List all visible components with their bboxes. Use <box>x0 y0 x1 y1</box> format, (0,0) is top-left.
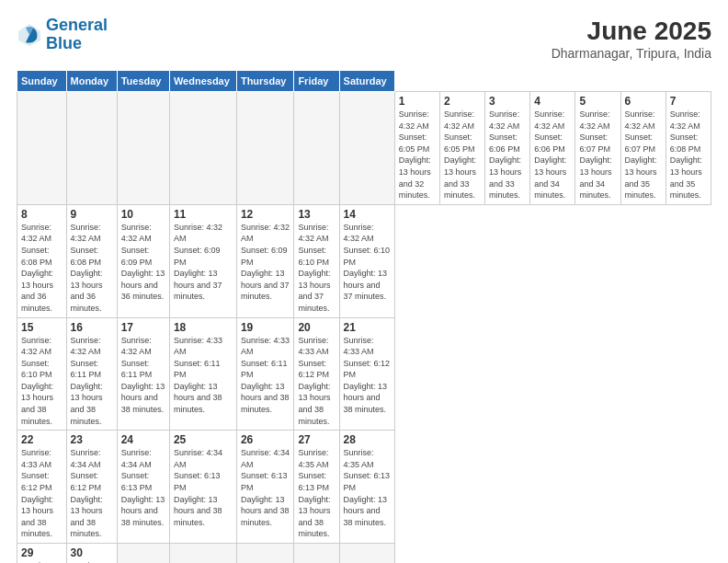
day-number: 13 <box>298 208 335 221</box>
calendar-cell <box>339 92 394 205</box>
calendar-cell <box>236 92 293 205</box>
calendar-cell: 10Sunrise: 4:32 AMSunset: 6:09 PMDayligh… <box>117 204 169 317</box>
calendar-cell: 2Sunrise: 4:32 AMSunset: 6:05 PMDaylight… <box>439 92 484 205</box>
day-info: Sunrise: 4:33 AMSunset: 6:12 PMDaylight:… <box>298 335 335 428</box>
day-info: Sunrise: 4:34 AMSunset: 6:13 PMDaylight:… <box>174 447 233 528</box>
calendar-cell: 28Sunrise: 4:35 AMSunset: 6:13 PMDayligh… <box>339 431 394 544</box>
day-info: Sunrise: 4:32 AMSunset: 6:06 PMDaylight:… <box>534 109 571 201</box>
calendar-cell: 20Sunrise: 4:33 AMSunset: 6:12 PMDayligh… <box>294 317 339 431</box>
day-number: 30 <box>71 546 113 559</box>
day-number: 4 <box>534 95 571 108</box>
day-info: Sunrise: 4:32 AMSunset: 6:11 PMDaylight:… <box>121 335 165 416</box>
day-number: 14 <box>344 208 391 221</box>
calendar-week-1: 1Sunrise: 4:32 AMSunset: 6:05 PMDaylight… <box>17 92 711 205</box>
calendar-cell: 12Sunrise: 4:32 AMSunset: 6:09 PMDayligh… <box>236 204 293 317</box>
day-info: Sunrise: 4:32 AMSunset: 6:08 PMDaylight:… <box>71 222 113 315</box>
day-info: Sunrise: 4:33 AMSunset: 6:11 PMDaylight:… <box>241 335 290 416</box>
day-info: Sunrise: 4:32 AMSunset: 6:10 PMDaylight:… <box>298 222 335 315</box>
day-number: 1 <box>399 95 436 108</box>
day-number: 22 <box>21 433 63 446</box>
day-info: Sunrise: 4:32 AMSunset: 6:10 PMDaylight:… <box>344 222 391 303</box>
calendar-cell: 21Sunrise: 4:33 AMSunset: 6:12 PMDayligh… <box>339 317 394 431</box>
calendar-cell <box>339 544 394 564</box>
day-number: 28 <box>344 433 391 446</box>
day-info: Sunrise: 4:33 AMSunset: 6:12 PMDaylight:… <box>344 335 391 416</box>
day-info: Sunrise: 4:32 AMSunset: 6:07 PMDaylight:… <box>625 109 662 201</box>
day-info: Sunrise: 4:35 AMSunset: 6:13 PMDaylight:… <box>344 447 391 528</box>
calendar-cell: 26Sunrise: 4:34 AMSunset: 6:13 PMDayligh… <box>236 431 293 544</box>
day-info: Sunrise: 4:32 AMSunset: 6:11 PMDaylight:… <box>71 335 113 428</box>
day-info: Sunrise: 4:34 AMSunset: 6:12 PMDaylight:… <box>71 447 113 540</box>
day-number: 19 <box>241 321 290 334</box>
day-info: Sunrise: 4:32 AMSunset: 6:08 PMDaylight:… <box>670 109 707 201</box>
day-number: 21 <box>344 321 391 334</box>
weekday-header-sunday: Sunday <box>17 71 67 92</box>
day-number: 7 <box>670 95 707 108</box>
day-number: 16 <box>71 321 113 334</box>
calendar-cell <box>294 544 339 564</box>
weekday-header-friday: Friday <box>294 71 339 92</box>
calendar-cell: 23Sunrise: 4:34 AMSunset: 6:12 PMDayligh… <box>66 431 117 544</box>
day-number: 18 <box>174 321 233 334</box>
calendar-cell: 3Sunrise: 4:32 AMSunset: 6:06 PMDaylight… <box>485 92 530 205</box>
calendar-cell <box>117 544 169 564</box>
calendar-cell: 5Sunrise: 4:32 AMSunset: 6:07 PMDaylight… <box>575 92 620 205</box>
calendar-cell: 18Sunrise: 4:33 AMSunset: 6:11 PMDayligh… <box>169 317 236 431</box>
logo-icon <box>17 22 42 48</box>
calendar-cell: 24Sunrise: 4:34 AMSunset: 6:13 PMDayligh… <box>117 431 169 544</box>
day-number: 10 <box>121 208 165 221</box>
calendar-cell: 25Sunrise: 4:34 AMSunset: 6:13 PMDayligh… <box>169 431 236 544</box>
day-number: 27 <box>298 433 335 446</box>
month-title: June 2025 <box>552 17 711 46</box>
calendar-cell: 27Sunrise: 4:35 AMSunset: 6:13 PMDayligh… <box>294 431 339 544</box>
day-number: 11 <box>174 208 233 221</box>
calendar-cell: 4Sunrise: 4:32 AMSunset: 6:06 PMDaylight… <box>530 92 575 205</box>
day-info: Sunrise: 4:32 AMSunset: 6:05 PMDaylight:… <box>399 109 436 201</box>
day-number: 5 <box>579 95 616 108</box>
calendar-header: SundayMondayTuesdayWednesdayThursdayFrid… <box>17 71 711 92</box>
day-number: 20 <box>298 321 335 334</box>
day-info: Sunrise: 4:34 AMSunset: 6:13 PMDaylight:… <box>241 447 290 528</box>
calendar-cell <box>236 544 293 564</box>
logo-text: General Blue <box>46 17 108 53</box>
day-number: 15 <box>21 321 63 334</box>
weekday-header-wednesday: Wednesday <box>169 71 236 92</box>
day-info: Sunrise: 4:32 AMSunset: 6:09 PMDaylight:… <box>241 222 290 303</box>
day-info: Sunrise: 4:32 AMSunset: 6:05 PMDaylight:… <box>444 109 481 201</box>
weekday-header-row: SundayMondayTuesdayWednesdayThursdayFrid… <box>17 71 711 92</box>
day-number: 17 <box>121 321 165 334</box>
calendar-table: SundayMondayTuesdayWednesdayThursdayFrid… <box>17 70 711 563</box>
day-number: 12 <box>241 208 290 221</box>
calendar-body: 1Sunrise: 4:32 AMSunset: 6:05 PMDaylight… <box>17 92 711 564</box>
weekday-header-monday: Monday <box>66 71 117 92</box>
day-number: 2 <box>444 95 481 108</box>
title-block: June 2025 Dharmanagar, Tripura, India <box>552 17 711 61</box>
weekday-header-thursday: Thursday <box>236 71 293 92</box>
day-info: Sunrise: 4:32 AMSunset: 6:09 PMDaylight:… <box>174 222 233 303</box>
calendar-cell <box>169 92 236 205</box>
calendar-cell: 8Sunrise: 4:32 AMSunset: 6:08 PMDaylight… <box>17 204 67 317</box>
calendar-cell: 6Sunrise: 4:32 AMSunset: 6:07 PMDaylight… <box>620 92 665 205</box>
calendar-cell: 1Sunrise: 4:32 AMSunset: 6:05 PMDaylight… <box>394 92 439 205</box>
calendar-cell: 17Sunrise: 4:32 AMSunset: 6:11 PMDayligh… <box>117 317 169 431</box>
day-info: Sunrise: 4:32 AMSunset: 6:06 PMDaylight:… <box>489 109 526 201</box>
calendar-week-2: 8Sunrise: 4:32 AMSunset: 6:08 PMDaylight… <box>17 204 711 317</box>
calendar-cell: 9Sunrise: 4:32 AMSunset: 6:08 PMDaylight… <box>66 204 117 317</box>
day-number: 6 <box>625 95 662 108</box>
calendar-cell <box>117 92 169 205</box>
day-number: 29 <box>21 546 63 559</box>
day-info: Sunrise: 4:32 AMSunset: 6:08 PMDaylight:… <box>21 222 63 315</box>
calendar-cell: 14Sunrise: 4:32 AMSunset: 6:10 PMDayligh… <box>339 204 394 317</box>
calendar-week-5: 29Sunrise: 4:35 AMSunset: 6:13 PMDayligh… <box>17 544 711 564</box>
day-number: 25 <box>174 433 233 446</box>
day-info: Sunrise: 4:33 AMSunset: 6:12 PMDaylight:… <box>21 447 63 540</box>
day-number: 23 <box>71 433 113 446</box>
logo-line2: Blue <box>46 34 82 52</box>
logo: General Blue <box>17 17 108 53</box>
header: General Blue June 2025 Dharmanagar, Trip… <box>17 17 711 61</box>
calendar-cell: 29Sunrise: 4:35 AMSunset: 6:13 PMDayligh… <box>17 544 67 564</box>
calendar-cell: 11Sunrise: 4:32 AMSunset: 6:09 PMDayligh… <box>169 204 236 317</box>
day-info: Sunrise: 4:32 AMSunset: 6:10 PMDaylight:… <box>21 335 63 428</box>
calendar-cell: 15Sunrise: 4:32 AMSunset: 6:10 PMDayligh… <box>17 317 67 431</box>
day-info: Sunrise: 4:35 AMSunset: 6:13 PMDaylight:… <box>298 447 335 540</box>
